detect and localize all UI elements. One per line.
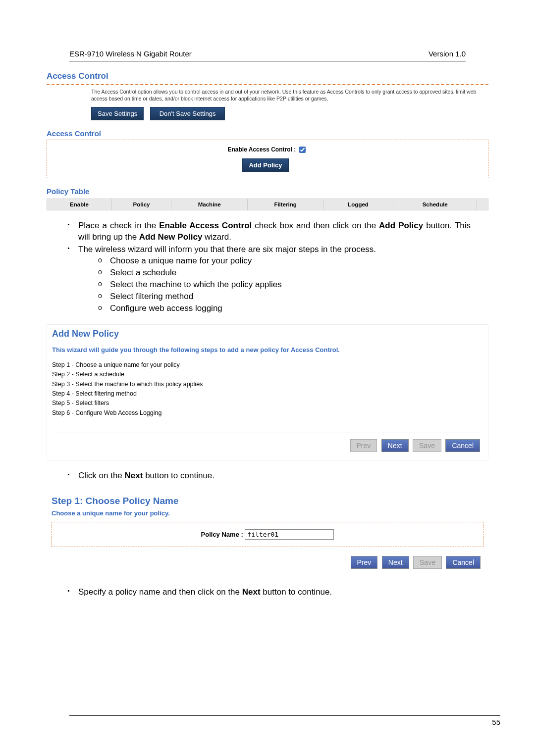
- col-enable: Enable: [47, 199, 112, 210]
- add-new-policy-panel: Add New Policy This wizard will guide yo…: [47, 324, 488, 460]
- col-spacer: [477, 199, 488, 210]
- next-button[interactable]: Next: [382, 556, 409, 569]
- policy-name-input[interactable]: [245, 529, 334, 540]
- header-rule: [69, 61, 466, 61]
- wizard-title: Add New Policy: [52, 329, 483, 340]
- policy-table: Enable Policy Machine Filtering Logged S…: [47, 199, 488, 210]
- substep-5: Configure web access logging: [98, 303, 471, 314]
- next-button[interactable]: Next: [381, 439, 409, 452]
- enable-access-control-box: Enable Access Control : Add Policy: [47, 140, 488, 178]
- wizard-divider: [52, 433, 483, 433]
- save-button: Save: [413, 556, 442, 569]
- wizard-step-6: Step 6 - Configure Web Access Logging: [52, 408, 483, 418]
- col-filtering: Filtering: [248, 199, 323, 210]
- doc-title-right: Version 1.0: [428, 50, 466, 58]
- substep-4: Select filtering method: [98, 291, 471, 302]
- policy-name-box: Policy Name :: [52, 522, 483, 547]
- wizard-step-2: Step 2 - Select a schedule: [52, 370, 483, 379]
- manual-text-3: Specify a policy name and then click on …: [64, 587, 471, 598]
- section-divider: [47, 84, 488, 85]
- access-control-description: The Access Control option allows you to …: [47, 88, 488, 102]
- instruction-2: The wireless wizard will inform you that…: [64, 244, 471, 314]
- step1-nav-row: Prev Next Save Cancel: [52, 556, 483, 573]
- add-policy-button[interactable]: Add Policy: [242, 158, 288, 172]
- step1-panel: Step 1: Choose Policy Name Choose a uniq…: [47, 492, 488, 577]
- cancel-button[interactable]: Cancel: [445, 439, 480, 452]
- instruction-4: Specify a policy name and then click on …: [64, 587, 471, 598]
- wizard-intro: This wizard will guide you through the f…: [52, 346, 483, 353]
- col-policy: Policy: [111, 199, 171, 210]
- step1-title: Step 1: Choose Policy Name: [52, 496, 483, 507]
- wizard-step-1: Step 1 - Choose a unique name for your p…: [52, 360, 483, 370]
- page-number: 55: [69, 718, 500, 726]
- wizard-nav-row: Prev Next Save Cancel: [52, 439, 483, 456]
- prev-button: Prev: [350, 439, 377, 452]
- instruction-3: Click on the Next button to continue.: [64, 470, 471, 482]
- manual-text-1: Place a check in the Enable Access Contr…: [64, 220, 471, 314]
- footer-rule: [69, 715, 500, 716]
- instruction-1: Place a check in the Enable Access Contr…: [64, 220, 471, 243]
- prev-button[interactable]: Prev: [351, 556, 378, 569]
- access-control-subheading: Access Control: [47, 129, 488, 138]
- dont-save-settings-button[interactable]: Don't Save Settings: [150, 107, 225, 120]
- policy-name-label: Policy Name :: [201, 531, 243, 538]
- substep-1: Choose a unique name for your policy: [98, 255, 471, 267]
- access-control-panel: Access Control The Access Control option…: [47, 71, 488, 210]
- policy-table-title: Policy Table: [47, 187, 488, 196]
- doc-header: ESR-9710 Wireless N Gigabit Router Versi…: [35, 50, 500, 60]
- manual-text-2: Click on the Next button to continue.: [64, 470, 471, 482]
- footer: 55: [69, 715, 500, 726]
- substep-3: Select the machine to which the policy a…: [98, 279, 471, 291]
- save-settings-button[interactable]: Save Settings: [91, 107, 144, 120]
- wizard-step-5: Step 5 - Select filters: [52, 399, 483, 408]
- enable-access-control-checkbox[interactable]: [299, 147, 306, 153]
- col-schedule: Schedule: [393, 199, 477, 210]
- doc-title-left: ESR-9710 Wireless N Gigabit Router: [69, 50, 192, 58]
- wizard-steps-list: Step 1 - Choose a unique name for your p…: [52, 360, 483, 418]
- save-button: Save: [413, 439, 441, 452]
- wizard-step-3: Step 3 - Select the machine to which thi…: [52, 380, 483, 389]
- section-title-access-control: Access Control: [47, 71, 488, 82]
- col-logged: Logged: [323, 199, 393, 210]
- save-buttons-row: Save Settings Don't Save Settings: [47, 107, 488, 120]
- wizard-step-4: Step 4 - Select filtering method: [52, 389, 483, 399]
- cancel-button[interactable]: Cancel: [446, 556, 481, 569]
- enable-access-control-label: Enable Access Control :: [228, 146, 296, 153]
- col-machine: Machine: [171, 199, 248, 210]
- step1-subtitle: Choose a unique name for your policy.: [52, 509, 483, 517]
- substep-2: Select a schedule: [98, 267, 471, 279]
